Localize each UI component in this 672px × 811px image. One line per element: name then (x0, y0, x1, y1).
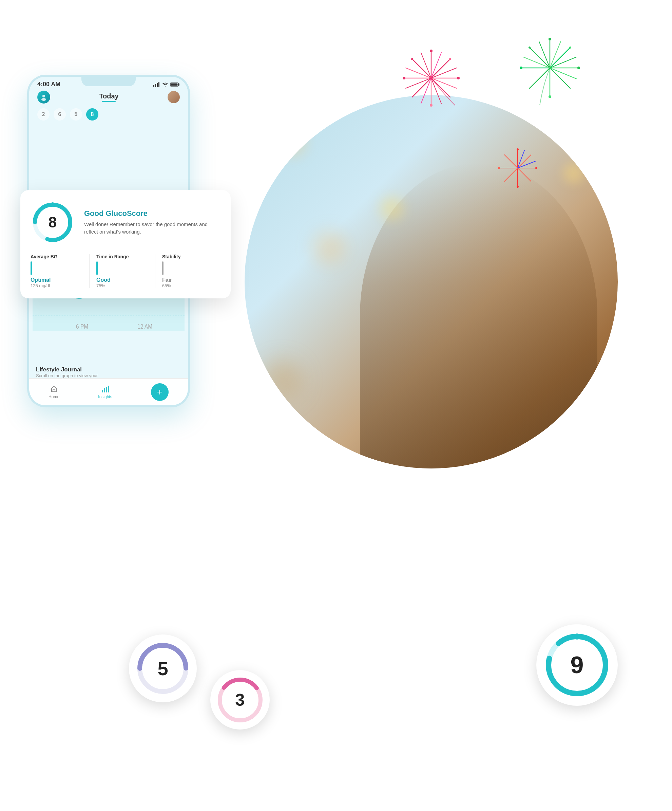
svg-line-3 (431, 78, 450, 97)
svg-line-23 (550, 48, 570, 68)
svg-line-5 (412, 78, 431, 97)
nav-plus-button[interactable]: + (151, 383, 169, 401)
floating-score-5: 5 (129, 635, 197, 702)
stat-stability-status: Fair (162, 277, 214, 283)
svg-point-36 (569, 46, 571, 49)
score-3-number: 3 (235, 690, 245, 710)
svg-line-29 (530, 48, 550, 68)
stat-avg-bg-label: Average BG (30, 254, 82, 260)
day-tab-5[interactable]: 5 (70, 108, 82, 120)
svg-rect-57 (157, 83, 158, 87)
svg-line-27 (530, 68, 550, 88)
svg-point-16 (430, 49, 433, 52)
svg-line-13 (406, 78, 431, 88)
lifestyle-journal-subtitle: Scroll on the graph to view your (36, 373, 181, 378)
floating-score-3: 3 (210, 670, 270, 730)
stat-bar-stability (162, 261, 164, 275)
svg-point-18 (457, 77, 460, 80)
stat-stability-value: 65% (162, 283, 214, 288)
svg-rect-61 (171, 83, 178, 86)
svg-line-32 (550, 68, 576, 79)
score-9-number: 9 (570, 652, 584, 679)
user-avatar[interactable] (168, 91, 180, 103)
firework-green (516, 37, 584, 114)
svg-point-40 (528, 46, 531, 49)
floating-score-9: 9 (536, 624, 618, 706)
svg-line-34 (523, 57, 550, 68)
svg-text:12 AM: 12 AM (137, 324, 152, 330)
svg-point-63 (41, 98, 46, 101)
svg-rect-60 (178, 83, 179, 86)
stat-tir-label: Time in Range (96, 254, 148, 260)
main-donut: 8 (30, 200, 74, 244)
phone-bottom-nav: Home Insights + (29, 378, 188, 406)
background-photo-circle (245, 95, 618, 468)
profile-avatar-small[interactable] (37, 91, 50, 103)
svg-rect-79 (102, 390, 103, 392)
svg-line-10 (431, 78, 457, 88)
day-tab-8-active[interactable]: 8 (86, 108, 98, 120)
stat-time-in-range: Time in Range Good 75% (96, 254, 156, 288)
main-score-number: 8 (49, 214, 57, 231)
day-tabs: 2 6 5 8 (29, 106, 188, 122)
svg-rect-81 (106, 387, 107, 392)
svg-point-35 (548, 38, 551, 41)
stat-stability-label: Stability (162, 254, 214, 260)
svg-point-85 (50, 202, 55, 207)
svg-line-33 (539, 41, 550, 68)
wifi-icon (162, 82, 168, 87)
svg-point-38 (520, 66, 522, 69)
svg-line-1 (431, 59, 450, 78)
score-card-top: 8 Good GlucoScore Well done! Remember to… (30, 200, 220, 244)
stat-stability: Stability Fair 65% (162, 254, 220, 288)
nav-label-insights: Insights (98, 394, 112, 399)
stat-average-bg: Average BG Optimal 125 mg/dL (30, 254, 90, 288)
phone-time: 4:00 AM (37, 81, 60, 88)
home-icon (50, 385, 58, 393)
svg-line-9 (431, 68, 457, 78)
svg-point-19 (403, 77, 405, 80)
nav-item-insights[interactable]: Insights (98, 385, 112, 399)
svg-point-21 (411, 58, 413, 60)
day-tab-6[interactable]: 6 (54, 108, 66, 120)
battery-icon (170, 82, 180, 87)
score-card-title: Good GlucoScore (84, 209, 220, 218)
phone-notch (81, 77, 136, 86)
lifestyle-journal: Lifestyle Journal Scroll on the graph to… (36, 366, 181, 378)
score-info: Good GlucoScore Well done! Remember to s… (84, 209, 220, 236)
svg-point-17 (449, 58, 451, 60)
phone-status-icons (153, 82, 180, 87)
svg-line-31 (550, 57, 576, 68)
svg-line-25 (550, 68, 570, 88)
svg-rect-56 (155, 84, 156, 87)
svg-line-14 (406, 68, 431, 78)
svg-line-30 (550, 41, 561, 68)
score-stats-row: Average BG Optimal 125 mg/dL Time in Ran… (30, 254, 220, 288)
svg-rect-58 (158, 82, 159, 87)
nav-item-home[interactable]: Home (49, 385, 59, 399)
svg-point-92 (574, 633, 580, 640)
svg-line-8 (431, 53, 441, 78)
stat-avg-bg-value: 125 mg/dL (30, 283, 82, 288)
lifestyle-journal-title: Lifestyle Journal (36, 366, 181, 373)
score-card-description: Well done! Remember to savor the good mo… (84, 221, 220, 236)
stat-tir-value: 75% (96, 283, 148, 288)
header-underline (102, 101, 116, 102)
stat-avg-bg-status: Optimal (30, 277, 82, 283)
header-title: Today (99, 92, 118, 100)
score-5-number: 5 (157, 658, 168, 680)
stat-bar-tir (96, 261, 98, 275)
svg-line-7 (412, 59, 431, 78)
svg-point-37 (577, 66, 580, 69)
stat-bar-avg-bg (30, 261, 32, 275)
stat-tir-status: Good (96, 277, 148, 283)
day-tab-2[interactable]: 2 (37, 108, 49, 120)
signal-icon (153, 82, 160, 87)
svg-line-15 (421, 53, 431, 78)
svg-rect-55 (153, 85, 154, 87)
svg-text:6 PM: 6 PM (76, 324, 88, 330)
svg-point-39 (548, 95, 551, 98)
svg-point-62 (42, 95, 45, 97)
phone-header: Today (29, 88, 188, 106)
svg-rect-80 (104, 389, 105, 392)
